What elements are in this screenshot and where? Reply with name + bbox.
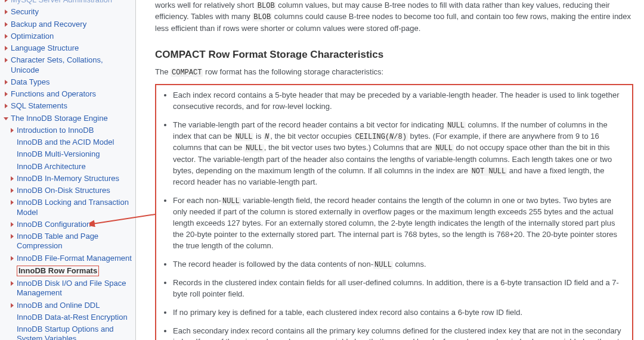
section-heading: COMPACT Row Format Storage Characteristi… [155,49,633,61]
caret-right-icon [4,46,8,51]
list-item: Records in the clustered index contain f… [173,277,626,300]
list-item: Each secondary index record contains all… [173,326,626,340]
nav-link[interactable]: InnoDB File-Format Management [17,254,132,263]
caret-right-icon [4,80,8,85]
caret-right-icon [10,222,14,227]
nav-link[interactable]: InnoDB Disk I/O and File Space Managemen… [17,279,132,298]
nav-link[interactable]: The InnoDB Storage Engine [11,114,108,123]
nav-link[interactable]: InnoDB Architecture [17,162,86,171]
list-item: The variable-length part of the record h… [173,120,626,188]
nav-link[interactable]: InnoDB On-Disk Structures [17,186,110,195]
caret-right-icon [10,200,14,205]
nav-link[interactable]: InnoDB and Online DDL [17,301,100,310]
nav-link[interactable]: SQL Statements [11,101,67,111]
caret-right-icon [4,34,8,39]
nav-link[interactable]: InnoDB Configuration [17,220,91,229]
doc-nav[interactable]: MySQL Server AdministrationSecurityBacku… [0,0,135,340]
caret-right-icon [10,128,14,133]
nav-link-current[interactable]: InnoDB Row Formats [17,266,99,276]
nav-link[interactable]: InnoDB Table and Page Compression [17,232,132,251]
nav-link[interactable]: InnoDB and the ACID Model [17,138,114,147]
nav-link[interactable]: InnoDB Locking and Transaction Model [17,198,132,217]
caret-down-icon [4,116,8,121]
nav-link[interactable]: InnoDB In-Memory Structures [17,174,119,183]
nav-link[interactable]: Character Sets, Collations, Unicode [11,55,132,75]
list-item: Each index record contains a 5-byte head… [173,90,626,113]
list-item: The record header is followed by the dat… [173,259,626,270]
characteristics-list: Each index record contains a 5-byte head… [157,86,631,340]
nav-link[interactable]: Backup and Recovery [11,20,86,29]
lead-fragment: works well for relatively short BLOB col… [155,0,633,35]
nav-link[interactable]: InnoDB Data-at-Rest Encryption [17,313,128,322]
caret-right-icon [10,303,14,308]
nav-link[interactable]: Data Types [11,77,50,87]
caret-right-icon [10,256,14,261]
nav-link[interactable]: Security [11,7,39,17]
nav-link[interactable]: Functions and Operators [11,89,96,99]
list-item: For each non-NULL variable-length field,… [173,195,626,252]
list-item: If no primary key is defined for a table… [173,307,626,319]
doc-content: works well for relatively short BLOB col… [136,0,644,340]
caret-right-icon [4,92,8,96]
intro-line: The COMPACT row format has the following… [155,67,633,78]
caret-right-icon [10,176,14,181]
caret-right-icon [10,234,14,239]
nav-link[interactable]: Language Structure [11,43,79,53]
nav-link[interactable]: MySQL Server Administration [11,0,112,5]
nav-link[interactable]: InnoDB Multi-Versioning [17,149,100,159]
caret-right-icon [4,0,8,2]
caret-right-icon [10,188,14,193]
caret-right-icon [4,58,8,63]
nav-link[interactable]: Optimization [11,32,54,41]
caret-right-icon [4,10,8,14]
nav-link[interactable]: InnoDB Startup Options and System Variab… [17,325,132,340]
caret-right-icon [4,22,8,27]
caret-right-icon [4,104,8,108]
nav-link[interactable]: Introduction to InnoDB [17,126,94,135]
highlight-box: Each index record contains a 5-byte head… [155,84,633,340]
caret-right-icon [10,281,14,286]
